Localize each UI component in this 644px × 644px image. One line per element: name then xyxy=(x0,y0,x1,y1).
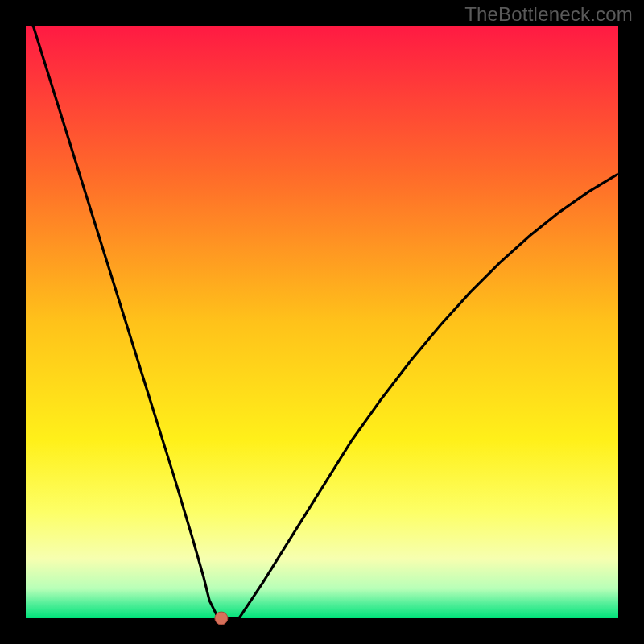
bottleneck-chart xyxy=(0,0,644,644)
plot-background xyxy=(26,26,618,618)
watermark-text: TheBottleneck.com xyxy=(464,3,633,26)
chart-container: TheBottleneck.com xyxy=(0,0,644,644)
optimal-point-marker xyxy=(215,612,228,625)
